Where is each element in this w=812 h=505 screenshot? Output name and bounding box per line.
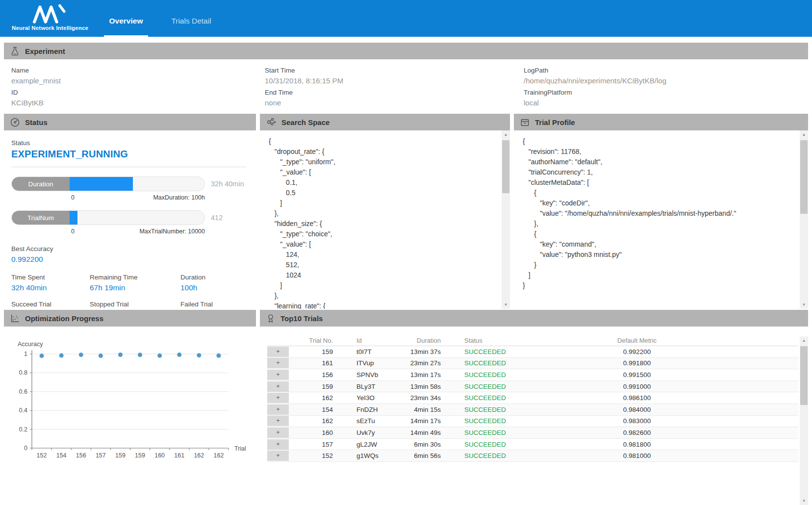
scatter-chart-icon [10, 313, 20, 324]
id-label: ID [11, 88, 265, 98]
id-value: KCiBytKB [11, 98, 265, 108]
start-time-value: 10/31/2018, 8:16:15 PM [265, 76, 524, 86]
scroll-down-icon[interactable]: ▼ [800, 497, 808, 505]
cell-default-metric: 0.986100 [568, 394, 706, 402]
cell-status: SUCCEEDED [441, 371, 568, 379]
experiment-details: Name example_mnist ID KCiBytKB Start Tim… [4, 59, 808, 109]
cell-trial-no: 157 [289, 441, 333, 448]
cell-trial-no: 159 [289, 383, 333, 390]
cell-status: SUCCEEDED [441, 383, 568, 390]
scrollbar-thumb[interactable] [800, 140, 808, 214]
duration-bar-value: 32h 40min [211, 180, 246, 188]
search-space-panel: Search Space { "dropout_rate": { "_type"… [260, 114, 510, 309]
max-duration-label: Duration [180, 274, 246, 281]
svg-text:159: 159 [115, 452, 126, 459]
table-row: + 161 ITVup 23min 27s SUCCEEDED 0.991800 [267, 358, 798, 370]
gauge-icon [10, 117, 20, 127]
scrollbar-thumb[interactable] [502, 140, 509, 193]
expand-row-button[interactable]: + [267, 416, 289, 426]
cell-status: SUCCEEDED [441, 348, 568, 355]
cell-trial-no: 156 [289, 371, 333, 379]
experiment-section-header: Experiment [4, 43, 808, 59]
flask-icon [10, 46, 20, 56]
cell-duration: 13min 17s [406, 371, 441, 379]
cell-status: SUCCEEDED [441, 429, 568, 436]
table-row: + 159 BLy3T 13min 58s SUCCEEDED 0.991000 [267, 381, 798, 393]
svg-text:0.8: 0.8 [19, 369, 27, 376]
svg-text:0.6: 0.6 [19, 388, 27, 395]
search-space-title: Search Space [281, 118, 330, 126]
svg-text:162: 162 [214, 452, 224, 459]
cell-default-metric: 0.981800 [568, 441, 706, 448]
brand: Neural Network Intelligence [11, 3, 89, 31]
status-panel-title: Status [25, 118, 48, 126]
trial-profile-title: Trial Profile [535, 118, 575, 126]
expand-row-button[interactable]: + [267, 439, 289, 450]
expand-row-button[interactable]: + [267, 451, 289, 461]
cell-id: SPNVb [333, 371, 406, 379]
failed-trial-label: Failed Trial [180, 301, 246, 308]
cell-id: gL2JW [333, 441, 406, 448]
expand-row-button[interactable]: + [267, 393, 289, 403]
scroll-up-icon[interactable]: ▲ [800, 130, 808, 139]
remaining-time-value: 67h 19min [90, 283, 180, 292]
scroll-down-icon[interactable]: ▼ [800, 301, 808, 309]
logpath-label: LogPath [524, 66, 777, 76]
svg-text:152: 152 [37, 452, 47, 459]
cell-duration: 14min 17s [406, 417, 441, 425]
time-spent-value: 32h 40min [11, 283, 90, 292]
optimization-header: Optimization Progress [4, 310, 256, 327]
trialnum-bar-value: 412 [211, 214, 246, 222]
best-accuracy-label: Best Accuracy [11, 245, 246, 252]
svg-text:161: 161 [174, 452, 184, 459]
scroll-up-icon[interactable]: ▲ [502, 130, 510, 139]
optimization-chart: 00.20.40.60.8115215415615715915916016116… [4, 327, 256, 474]
expand-row-button[interactable]: + [267, 404, 289, 415]
status-panel: Status Status EXPERIMENT_RUNNING Duratio… [4, 114, 256, 309]
cell-status: SUCCEEDED [441, 394, 568, 402]
tab-trials-detail[interactable]: Trials Detail [167, 0, 216, 37]
expand-row-button[interactable]: + [267, 347, 289, 357]
search-space-scrollbar[interactable]: ▲ ▼ [502, 130, 510, 309]
tab-overview[interactable]: Overview [104, 0, 148, 37]
status-value: EXPERIMENT_RUNNING [11, 149, 246, 160]
cell-trial-no: 154 [289, 406, 333, 413]
table-row: + 162 YeI3O 23min 34s SUCCEEDED 0.986100 [267, 392, 798, 404]
cell-id: g1WQs [333, 452, 406, 459]
cell-duration: 23min 27s [406, 359, 441, 367]
svg-text:162: 162 [194, 452, 204, 459]
status-panel-header: Status [4, 114, 256, 130]
cell-id: sEzTu [333, 417, 406, 425]
svg-text:156: 156 [76, 452, 86, 459]
succeed-trial-label: Succeed Trial [11, 301, 90, 308]
col-status: Status [441, 337, 568, 344]
scrollbar-thumb[interactable] [800, 346, 808, 405]
expand-row-button[interactable]: + [267, 358, 289, 368]
top-navigation-bar: Neural Network Intelligence Overview Tri… [0, 0, 812, 37]
medal-icon [266, 313, 276, 324]
cell-trial-no: 159 [289, 348, 333, 355]
scroll-down-icon[interactable]: ▼ [502, 301, 510, 309]
cell-default-metric: 0.991500 [568, 371, 706, 379]
scroll-up-icon[interactable]: ▲ [800, 336, 808, 345]
nni-logo-icon [31, 4, 69, 24]
cell-duration: 6min 30s [406, 441, 441, 448]
svg-text:160: 160 [154, 452, 165, 459]
start-time-label: Start Time [265, 66, 524, 76]
svg-text:Trial: Trial [234, 445, 246, 452]
duration-bar-min: 0 [71, 194, 75, 201]
trial-profile-scrollbar[interactable]: ▲ ▼ [800, 130, 808, 309]
top10-scrollbar[interactable]: ▲ ▼ [800, 336, 808, 505]
duration-progress: Duration 32h 40min [11, 177, 246, 191]
cell-status: SUCCEEDED [441, 417, 568, 425]
cell-default-metric: 0.992200 [568, 348, 706, 355]
expand-row-button[interactable]: + [267, 381, 289, 392]
svg-text:0: 0 [24, 445, 27, 452]
cell-trial-no: 161 [289, 359, 333, 367]
expand-row-button[interactable]: + [267, 428, 289, 438]
table-header-row: Trial No. Id Duration Status Default Met… [267, 335, 798, 346]
expand-row-button[interactable]: + [267, 370, 289, 380]
cell-status: SUCCEEDED [441, 452, 568, 459]
top10-header: Top10 Trials [260, 310, 808, 327]
cell-default-metric: 0.984000 [568, 406, 706, 413]
